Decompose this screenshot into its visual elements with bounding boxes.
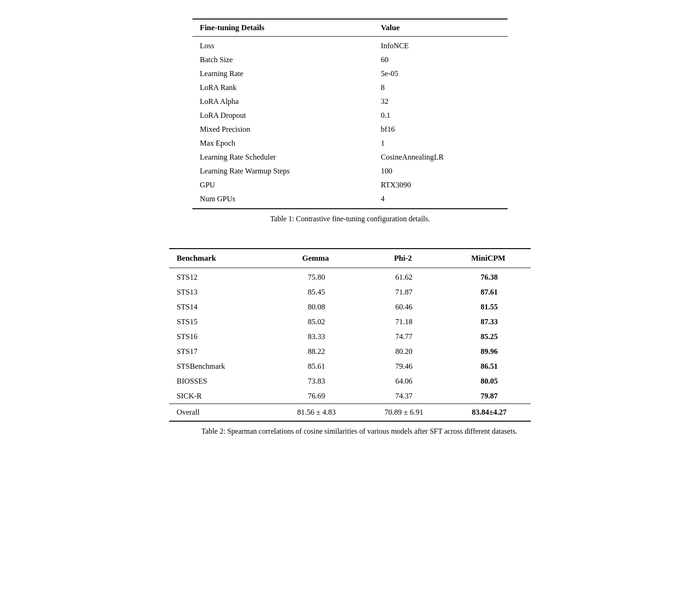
gemma-cell: 85.02	[273, 314, 360, 329]
benchmark-cell: STS16	[169, 329, 273, 344]
gemma-cell: 75.80	[273, 268, 360, 285]
benchmark-cell: STS14	[169, 300, 273, 314]
table-row: STS1480.0860.4681.55	[169, 300, 531, 314]
finetuning-details-table: Fine-tuning Details Value LossInfoNCEBat…	[192, 19, 508, 209]
gemma-cell: 73.83	[273, 374, 360, 389]
table-row: STS1275.8061.6276.38	[169, 268, 531, 285]
gemma-cell: 85.45	[273, 285, 360, 300]
table-footer-row: Overall81.56 ± 4.8370.89 ± 6.9183.84±4.2…	[169, 404, 531, 422]
table2-caption: Table 2: Spearman correlations of cosine…	[169, 427, 549, 436]
table-row: LoRA Dropout0.1	[192, 109, 508, 122]
table1-col-detail: Fine-tuning Details	[192, 19, 373, 37]
table1-container: Fine-tuning Details Value LossInfoNCEBat…	[192, 19, 508, 240]
phi2-cell: 71.18	[360, 314, 448, 329]
table-row: GPURTX3090	[192, 178, 508, 192]
detail-cell: LoRA Alpha	[192, 95, 373, 109]
detail-cell: LoRA Rank	[192, 81, 373, 95]
footer-minicpm: 83.84±4.27	[448, 404, 531, 422]
benchmark-cell: STS12	[169, 268, 273, 285]
footer-gemma: 81.56 ± 4.83	[273, 404, 360, 422]
phi2-cell: 64.06	[360, 374, 448, 389]
gemma-cell: 83.33	[273, 329, 360, 344]
table2-col-gemma: Gemma	[273, 249, 360, 268]
minicpm-cell: 80.05	[448, 374, 531, 389]
table1-col-value: Value	[373, 19, 508, 37]
value-cell: 5e-05	[373, 67, 508, 81]
detail-cell: Learning Rate Scheduler	[192, 150, 373, 164]
benchmark-cell: STS13	[169, 285, 273, 300]
benchmark-cell: STSBenchmark	[169, 359, 273, 374]
benchmark-cell: BIOSSES	[169, 374, 273, 389]
gemma-cell: 85.61	[273, 359, 360, 374]
table-row: SICK-R76.6974.3779.87	[169, 389, 531, 404]
minicpm-cell: 87.61	[448, 285, 531, 300]
minicpm-cell: 81.55	[448, 300, 531, 314]
detail-cell: Num GPUs	[192, 192, 373, 209]
benchmark-table: Benchmark Gemma Phi-2 MiniCPM STS1275.80…	[169, 248, 531, 422]
value-cell: 32	[373, 95, 508, 109]
value-cell: 100	[373, 164, 508, 178]
detail-cell: Loss	[192, 37, 373, 53]
detail-cell: LoRA Dropout	[192, 109, 373, 122]
value-cell: bf16	[373, 122, 508, 136]
minicpm-cell: 87.33	[448, 314, 531, 329]
detail-cell: Mixed Precision	[192, 122, 373, 136]
table2-container: Benchmark Gemma Phi-2 MiniCPM STS1275.80…	[169, 248, 531, 440]
phi2-cell: 71.87	[360, 285, 448, 300]
value-cell: CosineAnnealingLR	[373, 150, 508, 164]
table-row: Learning Rate5e-05	[192, 67, 508, 81]
table2-col-phi2: Phi-2	[360, 249, 448, 268]
table-row: Batch Size60	[192, 53, 508, 67]
phi2-cell: 60.46	[360, 300, 448, 314]
table-row: LoRA Rank8	[192, 81, 508, 95]
table-row: STS1788.2280.2089.96	[169, 344, 531, 359]
minicpm-cell: 76.38	[448, 268, 531, 285]
benchmark-cell: SICK-R	[169, 389, 273, 404]
table-row: STS1385.4571.8787.61	[169, 285, 531, 300]
phi2-cell: 61.62	[360, 268, 448, 285]
phi2-cell: 80.20	[360, 344, 448, 359]
phi2-cell: 74.77	[360, 329, 448, 344]
table2-col-minicpm: MiniCPM	[448, 249, 531, 268]
table-row: Mixed Precisionbf16	[192, 122, 508, 136]
table-row: BIOSSES73.8364.0680.05	[169, 374, 531, 389]
value-cell: 0.1	[373, 109, 508, 122]
gemma-cell: 80.08	[273, 300, 360, 314]
gemma-cell: 88.22	[273, 344, 360, 359]
minicpm-cell: 79.87	[448, 389, 531, 404]
value-cell: 1	[373, 136, 508, 150]
table-row: LoRA Alpha32	[192, 95, 508, 109]
table-row: LossInfoNCE	[192, 37, 508, 53]
value-cell: InfoNCE	[373, 37, 508, 53]
table-row: Max Epoch1	[192, 136, 508, 150]
table-row: Learning Rate Warmup Steps100	[192, 164, 508, 178]
table2-col-benchmark: Benchmark	[169, 249, 273, 268]
footer-phi2: 70.89 ± 6.91	[360, 404, 448, 422]
minicpm-cell: 86.51	[448, 359, 531, 374]
value-cell: 4	[373, 192, 508, 209]
benchmark-cell: STS17	[169, 344, 273, 359]
phi2-cell: 74.37	[360, 389, 448, 404]
value-cell: 8	[373, 81, 508, 95]
value-cell: 60	[373, 53, 508, 67]
table-row: STSBenchmark85.6179.4686.51	[169, 359, 531, 374]
detail-cell: Batch Size	[192, 53, 373, 67]
table1-caption: Table 1: Contrastive fine-tuning configu…	[192, 215, 508, 223]
footer-benchmark: Overall	[169, 404, 273, 422]
table-row: STS1585.0271.1887.33	[169, 314, 531, 329]
minicpm-cell: 89.96	[448, 344, 531, 359]
table-row: STS1683.3374.7785.25	[169, 329, 531, 344]
table-row: Num GPUs4	[192, 192, 508, 209]
minicpm-cell: 85.25	[448, 329, 531, 344]
page-content: Fine-tuning Details Value LossInfoNCEBat…	[95, 19, 605, 449]
detail-cell: Learning Rate	[192, 67, 373, 81]
detail-cell: GPU	[192, 178, 373, 192]
detail-cell: Max Epoch	[192, 136, 373, 150]
benchmark-cell: STS15	[169, 314, 273, 329]
value-cell: RTX3090	[373, 178, 508, 192]
gemma-cell: 76.69	[273, 389, 360, 404]
phi2-cell: 79.46	[360, 359, 448, 374]
detail-cell: Learning Rate Warmup Steps	[192, 164, 373, 178]
table-row: Learning Rate SchedulerCosineAnnealingLR	[192, 150, 508, 164]
